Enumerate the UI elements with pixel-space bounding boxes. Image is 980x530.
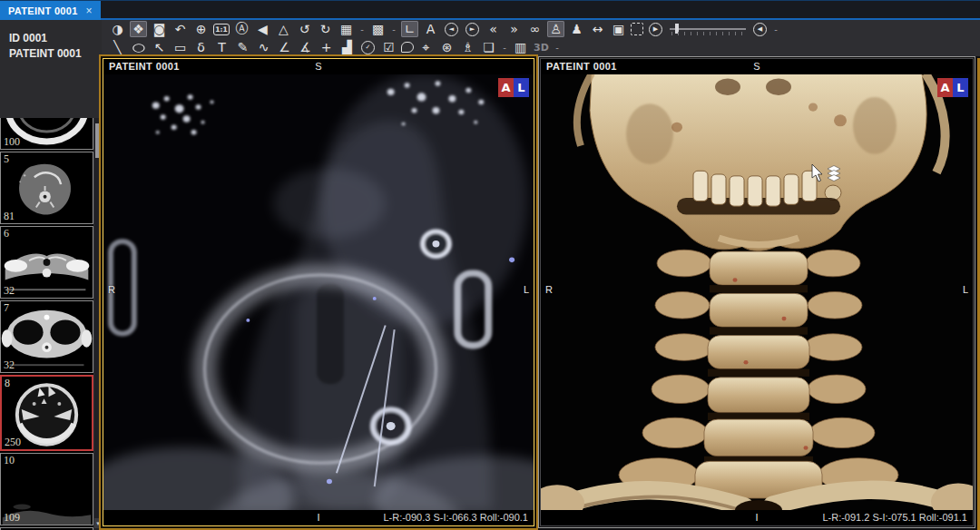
- dropdown-dash[interactable]: -: [501, 39, 508, 55]
- ellipse-tool-icon[interactable]: ○: [126, 39, 152, 55]
- range-width-icon[interactable]: ↔: [589, 21, 606, 37]
- set-square-icon[interactable]: ∟: [401, 21, 418, 37]
- undo-icon[interactable]: ↶: [172, 21, 189, 37]
- rectangle-tool-icon[interactable]: ▭: [172, 39, 189, 55]
- region-bubble-icon[interactable]: [401, 42, 414, 53]
- scrollbar-down-icon[interactable]: ▾: [94, 518, 102, 528]
- dropdown-dash[interactable]: -: [358, 21, 366, 37]
- line-tool-icon[interactable]: ╲: [109, 39, 126, 55]
- orientation-cube[interactable]: A L: [498, 78, 529, 97]
- angle-tool-icon[interactable]: ∠: [276, 39, 293, 55]
- contrast-icon[interactable]: ◑: [109, 21, 126, 37]
- image-count: 250: [5, 436, 21, 449]
- viewport-bone[interactable]: PATEINT 0001 S A L R L I L-R:-091.2 S-I:…: [540, 58, 974, 526]
- crop-region-icon[interactable]: [631, 23, 643, 35]
- thumbnail-series-dome[interactable]: 100: [0, 118, 93, 150]
- dropdown-dash[interactable]: -: [554, 39, 561, 55]
- image-count: 32: [4, 358, 15, 372]
- histogram-icon[interactable]: ▟: [338, 39, 356, 55]
- thumbnail-series-6[interactable]: 632: [0, 226, 93, 299]
- tab-bar: PATEINT 0001 ×: [0, 0, 980, 20]
- series-number: 10: [4, 454, 15, 467]
- image-count: 100: [4, 135, 20, 149]
- table-layout-icon[interactable]: ▥: [512, 39, 529, 55]
- reverse-play-icon[interactable]: ◀: [753, 23, 767, 36]
- rotation-status: L-R:-090.3 S-I:-066.3 Roll:-090.1: [383, 512, 528, 523]
- thumbnail-series-5[interactable]: 581: [0, 152, 93, 224]
- orientation-left-label: L: [963, 284, 968, 295]
- series-number: 6: [4, 227, 9, 240]
- mouse-cursor-with-layers-icon: [811, 164, 848, 186]
- orientation-superior-label: S: [541, 61, 973, 72]
- bone-volume-render: [541, 74, 973, 510]
- arrow-tool-icon[interactable]: ↖: [151, 39, 168, 55]
- freehand-tool-icon[interactable]: δ: [192, 39, 210, 55]
- link-series-icon[interactable]: ∞: [526, 21, 544, 37]
- scrollbar-thumb[interactable]: [95, 123, 101, 158]
- orientation-superior-label: S: [103, 61, 534, 72]
- layout-grid-icon[interactable]: ▦: [338, 21, 355, 37]
- last-image-icon[interactable]: »: [505, 21, 523, 37]
- image-count: 81: [4, 210, 15, 223]
- patient-range-icon[interactable]: ♟: [568, 21, 585, 37]
- text-tool-icon[interactable]: T: [213, 39, 230, 55]
- check-circle-icon[interactable]: ✓: [361, 41, 375, 54]
- viewport-area: PATEINT 0001 S A L R L I L-R:-090.3 S-I:…: [102, 56, 980, 530]
- patient-info-panel: ID 0001 PATEINT 0001: [0, 20, 102, 118]
- series-number: 5: [4, 152, 9, 166]
- actual-size-icon[interactable]: 1:1: [213, 24, 230, 35]
- viewport-top-bar: PATEINT 0001 S: [541, 59, 973, 74]
- cube-left-face: L: [514, 78, 529, 97]
- tab-patient-0001[interactable]: PATEINT 0001 ×: [0, 1, 101, 21]
- flip-horizontal-icon[interactable]: ◀: [254, 21, 271, 37]
- presenter-icon[interactable]: ♗: [459, 39, 476, 55]
- cobb-angle-icon[interactable]: ∡: [297, 39, 314, 55]
- thumbnail-series-8[interactable]: 8250: [0, 375, 93, 451]
- viewport-top-bar: PATEINT 0001 S: [103, 59, 534, 74]
- orientation-right-label: R: [108, 284, 115, 295]
- thumbnail-series-7[interactable]: 732: [0, 300, 93, 373]
- orientation-right-label: R: [545, 284, 553, 295]
- series-number: 7: [4, 301, 9, 315]
- play-icon[interactable]: ▶: [649, 23, 662, 36]
- previous-image-icon[interactable]: ◄: [445, 23, 458, 36]
- thumbnail-list: 100581632732825010109: [0, 118, 93, 530]
- layout-grid-filled-icon[interactable]: ▩: [369, 21, 387, 37]
- sphere-marker-icon[interactable]: ⊛: [438, 39, 456, 55]
- cross-marker-icon[interactable]: +: [318, 39, 335, 55]
- zoom-area-icon[interactable]: Ⓐ: [233, 21, 250, 37]
- first-image-icon[interactable]: «: [485, 21, 502, 37]
- pencil-tool-icon[interactable]: ✎: [234, 39, 251, 55]
- copy-layout-icon[interactable]: ❏: [480, 39, 497, 55]
- close-icon[interactable]: ×: [86, 6, 93, 15]
- cube-anterior-face: A: [937, 78, 953, 97]
- cine-slider[interactable]: [668, 21, 748, 37]
- patient-orientation-icon[interactable]: ♙: [547, 21, 564, 37]
- series-sidebar: ID 0001 PATEINT 0001 1005816327328250101…: [0, 20, 102, 530]
- rotate-ccw-icon[interactable]: ↺: [296, 21, 313, 37]
- annotations-icon[interactable]: A: [422, 21, 439, 37]
- viewport-xray[interactable]: PATEINT 0001 S A L R L I L-R:-090.3 S-I:…: [103, 58, 534, 526]
- application-window: PATEINT 0001 × ID 0001 PATEINT 0001 1005…: [0, 0, 980, 530]
- orientation-cube[interactable]: A L: [937, 78, 968, 97]
- toolbar-row-2: ╲○↖▭δT✎∿∠∡+▟✓☑⌖⊛♗❏-▥3D-: [102, 38, 980, 56]
- image-count: 32: [4, 284, 15, 298]
- toolbar-row-1: ◑❖◙↶⊕1:1Ⓐ◀△↺↻▦-▩-∟A◄►«»∞♙♟↔▣▶◀-: [102, 20, 980, 38]
- layers-icon[interactable]: ❖: [130, 21, 147, 37]
- clip-box-icon[interactable]: ▣: [610, 21, 627, 37]
- view-3d-label[interactable]: 3D: [533, 39, 550, 55]
- rotate-cw-icon[interactable]: ↻: [317, 21, 334, 37]
- dropdown-dash[interactable]: -: [390, 21, 397, 37]
- sidebar-scrollbar[interactable]: ▾: [93, 118, 102, 530]
- next-image-icon[interactable]: ►: [466, 23, 479, 36]
- invert-icon[interactable]: ◙: [151, 21, 168, 37]
- thumbnail-series-10[interactable]: 10109: [0, 453, 93, 525]
- pin-marker-icon[interactable]: ⌖: [417, 39, 435, 55]
- checkbox-icon[interactable]: ☑: [380, 39, 397, 55]
- cine-slider-ticks: [671, 32, 746, 35]
- polyline-measure-icon[interactable]: ∿: [255, 39, 272, 55]
- flip-vertical-icon[interactable]: △: [275, 21, 292, 37]
- dropdown-dash[interactable]: -: [772, 21, 779, 37]
- zoom-in-icon[interactable]: ⊕: [192, 21, 210, 37]
- cube-left-face: L: [953, 78, 968, 97]
